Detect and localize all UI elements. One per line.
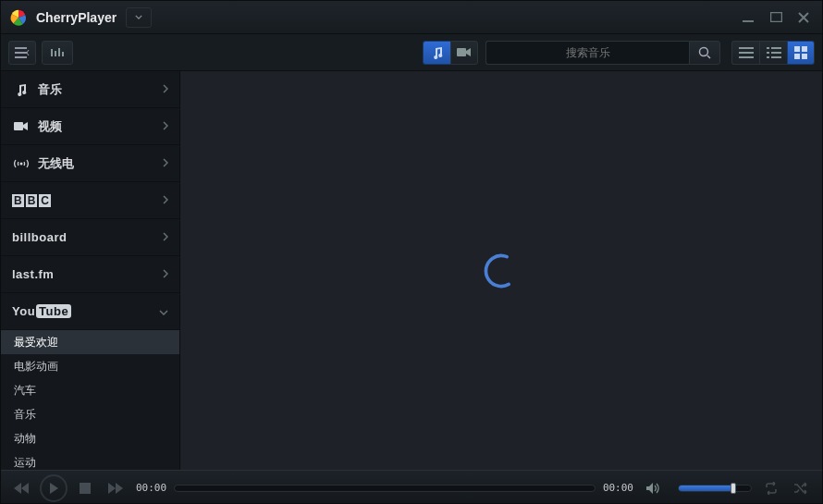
svg-point-24 [20, 162, 23, 165]
view-list-wide-button[interactable] [731, 41, 759, 65]
stop-button[interactable] [73, 476, 97, 500]
sidebar-sub-pets[interactable]: 动物 [1, 426, 179, 450]
svg-rect-12 [739, 56, 754, 58]
stop-icon [80, 483, 91, 494]
sidebar-item-music[interactable]: 音乐 [1, 71, 179, 108]
chevron-right-icon [163, 193, 168, 207]
volume-slider[interactable] [678, 485, 752, 492]
chevron-right-icon [163, 82, 168, 96]
title-bar: CherryPlayer [1, 1, 822, 34]
chevron-down-icon [135, 15, 142, 19]
search-icon [698, 46, 711, 59]
play-icon [48, 482, 59, 495]
svg-rect-1 [743, 20, 754, 22]
previous-button[interactable] [10, 476, 34, 500]
view-mode-toggle [731, 41, 815, 65]
shuffle-button[interactable] [789, 476, 813, 500]
sidebar-item-youtube[interactable]: YouTube [1, 293, 179, 330]
sidebar-item-billboard[interactable]: billboard [1, 219, 179, 256]
repeat-button[interactable] [759, 476, 783, 500]
maximize-button[interactable] [765, 9, 787, 26]
sidebar-item-video[interactable]: 视频 [1, 108, 179, 145]
sidebar-sub-most-popular[interactable]: 最受欢迎 [1, 330, 179, 354]
svg-rect-13 [767, 47, 769, 49]
chevron-right-icon [163, 156, 168, 170]
sidebar-item-bbc[interactable]: BBC [1, 182, 179, 219]
view-grid-button[interactable] [787, 41, 815, 65]
svg-rect-11 [739, 52, 754, 54]
play-button[interactable] [40, 474, 68, 502]
media-type-music-button[interactable] [423, 41, 450, 65]
svg-rect-2 [770, 13, 781, 22]
sidebar-sub-music[interactable]: 音乐 [1, 402, 179, 426]
video-camera-icon [457, 47, 472, 57]
svg-rect-22 [802, 54, 807, 59]
sidebar-item-label: 无线电 [38, 155, 163, 172]
chevron-down-icon [159, 304, 168, 318]
svg-rect-26 [80, 483, 91, 494]
sidebar-item-radio[interactable]: 无线电 [1, 145, 179, 182]
sidebar-sub-label: 音乐 [14, 407, 36, 423]
svg-rect-21 [794, 54, 800, 59]
svg-rect-19 [794, 46, 800, 52]
chevron-right-icon [163, 267, 168, 281]
svg-rect-14 [771, 47, 781, 49]
volume-button[interactable] [641, 476, 665, 500]
chevron-right-icon [163, 119, 168, 133]
toolbar [1, 34, 822, 71]
minimize-button[interactable] [737, 9, 759, 26]
hamburger-icon [15, 47, 30, 58]
svg-rect-16 [771, 52, 781, 54]
sidebar-item-lastfm[interactable]: last.fm [1, 256, 179, 293]
sidebar-sub-film-animation[interactable]: 电影动画 [1, 354, 179, 378]
skip-back-icon [14, 482, 31, 495]
svg-rect-7 [62, 52, 64, 56]
media-type-video-button[interactable] [450, 41, 478, 65]
menu-button[interactable] [8, 41, 36, 65]
shuffle-icon [793, 482, 808, 495]
seek-bar[interactable] [174, 485, 596, 492]
video-camera-icon [12, 119, 31, 134]
svg-rect-10 [739, 47, 754, 49]
broadcast-icon [12, 156, 31, 171]
svg-rect-18 [771, 56, 781, 58]
search-input[interactable] [485, 41, 689, 65]
sidebar-sub-sports[interactable]: 运动 [1, 450, 179, 470]
app-logo-icon [8, 7, 29, 28]
search-button[interactable] [689, 41, 720, 65]
content-area [180, 71, 822, 470]
loading-spinner-icon [480, 250, 522, 292]
sidebar-sub-label: 最受欢迎 [14, 335, 58, 350]
time-total: 00:00 [603, 482, 633, 494]
time-current: 00:00 [136, 482, 166, 494]
view-list-detail-button[interactable] [759, 41, 787, 65]
sidebar-item-label: 音乐 [38, 81, 163, 98]
volume-icon [645, 482, 660, 495]
next-button[interactable] [103, 476, 127, 500]
app-title: CherryPlayer [36, 10, 117, 25]
equalizer-icon [49, 47, 66, 58]
svg-rect-5 [55, 51, 56, 56]
svg-rect-17 [767, 56, 769, 58]
sidebar-sub-label: 运动 [14, 455, 36, 471]
title-dropdown-button[interactable] [126, 7, 152, 28]
svg-rect-8 [457, 48, 466, 56]
player-bar: 00:00 00:00 [1, 470, 822, 504]
repeat-icon [764, 482, 779, 495]
sidebar: 音乐 视频 无线电 BBC billboard last.fm YouTube [1, 71, 180, 470]
media-type-toggle [423, 41, 478, 65]
sidebar-item-label: last.fm [12, 267, 163, 281]
sidebar-item-label: 视频 [38, 118, 163, 135]
svg-point-9 [700, 47, 708, 55]
sidebar-sub-autos[interactable]: 汽车 [1, 378, 179, 402]
maximize-icon [770, 12, 782, 22]
close-button[interactable] [792, 9, 815, 26]
list-wide-icon [739, 47, 754, 58]
svg-rect-6 [58, 48, 60, 56]
music-note-icon [431, 46, 444, 59]
sidebar-item-label: billboard [12, 230, 163, 244]
list-detail-icon [767, 47, 781, 58]
grid-icon [794, 46, 807, 59]
equalizer-button[interactable] [42, 41, 73, 65]
skip-forward-icon [106, 482, 123, 495]
